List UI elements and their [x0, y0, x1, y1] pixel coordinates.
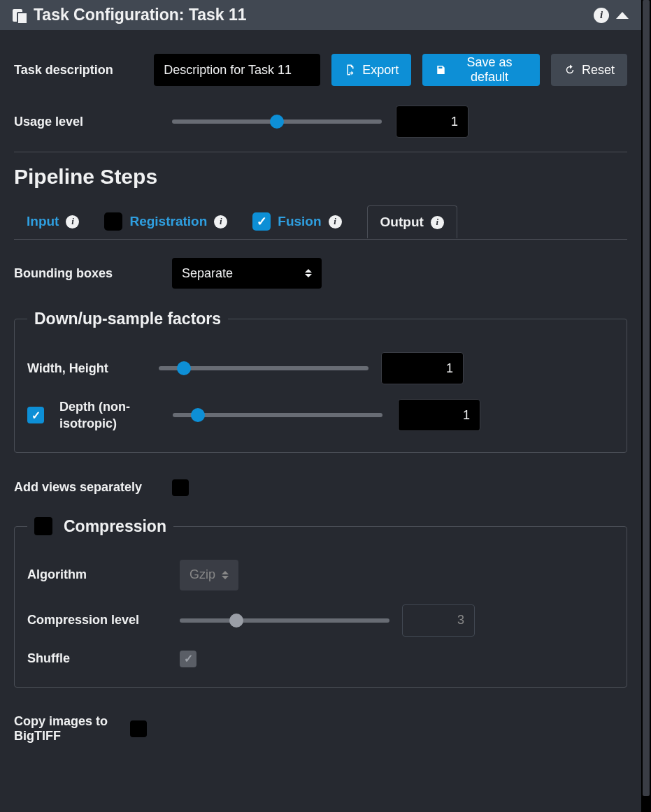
bounding-boxes-value: Separate [182, 266, 233, 281]
copy-bigtiff-checkbox[interactable] [130, 720, 147, 737]
save-icon [435, 64, 446, 76]
depth-slider[interactable] [173, 408, 382, 422]
compression-enable-checkbox[interactable] [34, 517, 52, 535]
compression-group: Compression Algorithm Gzip Compression l… [14, 517, 627, 688]
export-button[interactable]: Export [331, 54, 411, 86]
compression-level-row: Compression level [27, 597, 614, 644]
shuffle-row: Shuffle [27, 644, 614, 674]
compression-legend-text: Compression [64, 517, 166, 536]
select-arrows-icon [305, 269, 312, 277]
algorithm-label: Algorithm [27, 567, 167, 582]
algorithm-row: Algorithm Gzip [27, 553, 614, 597]
select-arrows-icon [222, 571, 229, 579]
depth-input[interactable] [398, 399, 480, 431]
info-icon[interactable]: i [431, 216, 444, 229]
task-description-label: Task description [14, 63, 143, 78]
tab-fusion[interactable]: Fusion i [252, 204, 341, 239]
width-height-input[interactable] [381, 352, 464, 384]
file-export-icon [344, 64, 357, 76]
copy-bigtiff-row: Copy images to BigTIFF [14, 704, 627, 753]
bounding-boxes-row: Bounding boxes Separate [14, 240, 627, 298]
copy-bigtiff-label: Copy images to BigTIFF [14, 714, 119, 744]
usage-level-label: Usage level [14, 115, 161, 129]
tab-output[interactable]: Output i [367, 205, 457, 238]
algorithm-value: Gzip [189, 567, 215, 582]
width-height-label: Width, Height [27, 361, 146, 376]
save-default-button[interactable]: Save as default [422, 54, 540, 86]
fusion-checkbox[interactable] [252, 212, 271, 231]
info-icon[interactable]: i [66, 215, 79, 229]
usage-level-row: Usage level [14, 96, 627, 147]
reset-button-label: Reset [582, 63, 615, 78]
scrollbar-thumb[interactable] [643, 0, 650, 796]
tab-registration[interactable]: Registration i [104, 204, 227, 239]
width-height-row: Width, Height [27, 345, 614, 391]
info-icon[interactable]: i [329, 215, 342, 229]
collapse-caret-icon[interactable] [616, 12, 629, 19]
depth-label: Depth (non-isotropic) [59, 398, 157, 433]
compression-level-label: Compression level [27, 613, 167, 628]
add-views-label: Add views separately [14, 480, 161, 495]
tab-fusion-label: Fusion [278, 214, 321, 229]
downup-sample-group: Down/up-sample factors Width, Height Dep… [14, 310, 627, 453]
width-height-slider[interactable] [159, 361, 369, 375]
tab-input[interactable]: Input i [27, 205, 79, 238]
compression-level-input [402, 604, 475, 637]
reset-button[interactable]: Reset [551, 54, 627, 86]
usage-level-input[interactable] [396, 106, 468, 138]
registration-checkbox[interactable] [104, 212, 122, 231]
vertical-scrollbar[interactable] [641, 0, 651, 812]
info-icon[interactable]: i [214, 215, 227, 229]
task-description-input[interactable] [154, 54, 320, 86]
header-bar: Task Configuration: Task 11 i [0, 0, 641, 30]
depth-enable-checkbox[interactable] [27, 407, 44, 423]
tab-registration-label: Registration [129, 214, 207, 229]
export-button-label: Export [362, 63, 399, 78]
task-description-row: Task description Export Save as default … [14, 44, 627, 96]
depth-row: Depth (non-isotropic) [27, 391, 614, 440]
info-icon[interactable]: i [594, 8, 609, 23]
algorithm-select: Gzip [180, 560, 238, 590]
usage-level-slider[interactable] [172, 115, 382, 129]
add-views-row: Add views separately [14, 470, 627, 506]
shuffle-label: Shuffle [27, 651, 167, 666]
reset-icon [564, 64, 576, 76]
compression-level-slider [180, 614, 389, 628]
separator [14, 152, 627, 152]
pipeline-steps-heading: Pipeline Steps [14, 165, 627, 189]
paste-icon [13, 8, 27, 23]
save-default-button-label: Save as default [452, 55, 527, 85]
pipeline-tabs: Input i Registration i Fusion i Output i [14, 204, 627, 240]
header-title: Task Configuration: Task 11 [34, 6, 587, 24]
bounding-boxes-label: Bounding boxes [14, 266, 161, 281]
shuffle-checkbox [180, 651, 196, 667]
downup-sample-legend: Down/up-sample factors [27, 310, 228, 328]
compression-legend: Compression [27, 517, 173, 536]
tab-output-label: Output [380, 215, 424, 230]
bounding-boxes-select[interactable]: Separate [172, 258, 322, 289]
tab-input-label: Input [27, 214, 59, 229]
add-views-checkbox[interactable] [172, 479, 189, 496]
